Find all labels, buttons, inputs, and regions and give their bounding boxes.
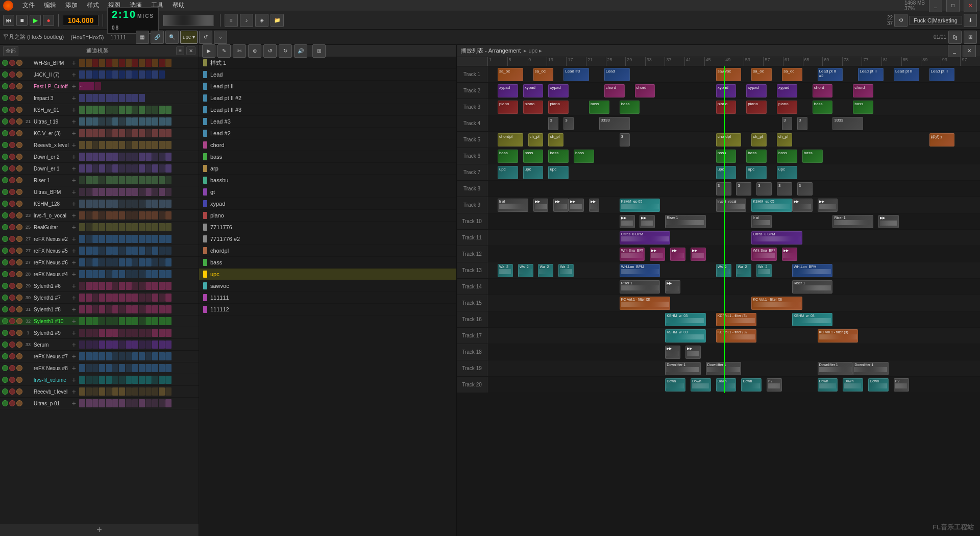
inst-add-1[interactable]: +	[71, 59, 77, 67]
inst-solo[interactable]	[16, 107, 22, 113]
inst-power[interactable]	[2, 212, 8, 218]
clip[interactable]: ▶▶	[650, 248, 665, 261]
menu-edit[interactable]: 编辑	[42, 0, 58, 11]
inst-add[interactable]: +	[71, 247, 77, 255]
clip[interactable]: bass	[746, 150, 767, 163]
inst-power[interactable]	[2, 271, 8, 277]
inst-add[interactable]: +	[71, 305, 77, 313]
clip[interactable]: bass	[498, 150, 518, 163]
track-clips[interactable]: xypadxypadxypadxypadxypadxypadchordchord…	[487, 83, 980, 99]
clip[interactable]: r 2	[767, 378, 782, 392]
clip[interactable]: 3	[620, 133, 630, 147]
clip[interactable]: bass	[853, 101, 873, 114]
track-row[interactable]: Track 10▶▶▶▶Riser 1lr alRiser 1▶▶	[457, 213, 980, 230]
inst-name[interactable]: Downl_er 1	[34, 166, 70, 172]
inst-power[interactable]	[2, 107, 8, 113]
mixer-toggle[interactable]: ⧎	[948, 31, 962, 44]
inst-mute[interactable]	[9, 400, 15, 406]
inst-name-2[interactable]: J4CK_II (7)	[34, 72, 70, 78]
clip[interactable]: lrvs-fi_vocal	[716, 199, 747, 212]
add-track-btn[interactable]: +	[96, 525, 102, 535]
tracks-container[interactable]: Track 1sa_ocsa_ocLead #3Leadsawvocsa_ocs…	[457, 66, 980, 536]
inst-add[interactable]: +	[71, 340, 77, 349]
inst-solo[interactable]	[16, 224, 22, 230]
inst-mute[interactable]	[9, 388, 15, 395]
inst-name[interactable]: reFX Nexus #5	[34, 248, 70, 254]
clip[interactable]: xypad	[777, 84, 797, 98]
inst-power[interactable]	[2, 165, 8, 172]
clip[interactable]: Wa_2	[756, 264, 772, 277]
inst-power-1[interactable]	[2, 60, 8, 66]
inst-mute[interactable]	[9, 118, 15, 125]
clip[interactable]: chordpl	[716, 133, 742, 147]
pattern-item[interactable]: bass	[199, 151, 456, 163]
inst-power-3[interactable]	[2, 83, 8, 89]
clip[interactable]: ▶▶	[665, 346, 680, 359]
clip[interactable]: upc	[746, 166, 767, 179]
pattern-item[interactable]: 样式 1	[199, 57, 456, 69]
clip[interactable]: upc	[716, 166, 737, 179]
inst-solo[interactable]	[16, 165, 22, 172]
clip[interactable]: 3	[564, 117, 574, 130]
inst-add[interactable]: +	[71, 282, 77, 290]
clip[interactable]: KSHM_ep 05	[751, 199, 792, 212]
track-clips[interactable]: 333333333333	[487, 115, 980, 131]
clip[interactable]: Ultras_8 BPM	[751, 231, 802, 245]
inst-solo[interactable]	[16, 201, 22, 207]
inst-add[interactable]: +	[71, 153, 77, 161]
track-row[interactable]: Track 16KSHM_w_03KC Vol.1 - filter (3)KS…	[457, 311, 980, 328]
clip[interactable]: KC Vol.1 - filter (3)	[716, 329, 757, 343]
inst-name[interactable]: RealGuitar	[34, 225, 70, 230]
clip[interactable]: KC Vol.1 - filter (3)	[716, 313, 757, 326]
clip[interactable]: ▶▶	[685, 346, 701, 359]
clip[interactable]: Lead	[604, 68, 630, 81]
pattern-item[interactable]: bass	[199, 257, 456, 269]
inst-add[interactable]: +	[71, 294, 77, 302]
inst-mute[interactable]	[9, 342, 15, 348]
clip[interactable]: upc	[548, 166, 569, 179]
inst-solo-1[interactable]	[16, 60, 22, 66]
inst-solo[interactable]	[16, 365, 22, 371]
track-row[interactable]: Track 6bassbassbassbassbassbassbassbass	[457, 148, 980, 164]
clip[interactable]: Downlifter 1	[818, 362, 853, 375]
inst-solo[interactable]	[16, 212, 22, 218]
tool-select[interactable]: upc ▾	[180, 31, 198, 44]
clip[interactable]: Wht-Sna_BPM	[751, 248, 777, 261]
clip[interactable]: piano	[716, 101, 737, 114]
track-row[interactable]: Track 17KSHM_w_03KC Vol.1 - filter (3)KC…	[457, 328, 980, 344]
pattern-item[interactable]: chordpl	[199, 245, 456, 257]
grid-btn[interactable]: ▦	[136, 31, 149, 44]
clip[interactable]: xypad	[746, 84, 767, 98]
inst-solo[interactable]	[16, 130, 22, 136]
inst-mute-4[interactable]	[9, 95, 15, 101]
inst-power[interactable]	[2, 142, 8, 148]
pattern-item[interactable]: 111111	[199, 292, 456, 304]
inst-mute-3[interactable]	[9, 83, 15, 89]
track-clips[interactable]: lr al▶▶▶▶▶▶▶▶KSHM_ep 05lrvs-fi_vocalKSHM…	[487, 197, 980, 213]
inst-power[interactable]	[2, 388, 8, 395]
inst-name[interactable]: lrvs-fi_o_vocal	[34, 213, 70, 218]
pattern-item[interactable]: 111112	[199, 304, 456, 315]
inst-name[interactable]: reFX Nexus #8	[34, 366, 70, 371]
clip[interactable]: bass	[589, 101, 609, 114]
track-clips[interactable]: KSHM_w_03KC Vol.1 - filter (3)KC Vol.1 -…	[487, 328, 980, 344]
inst-add[interactable]: +	[71, 317, 77, 325]
inst-solo[interactable]	[16, 259, 22, 265]
track-clips[interactable]: upcupcupcupcupcupc	[487, 164, 980, 180]
inst-name[interactable]: Ultras_t 19	[34, 119, 70, 125]
inst-add-4[interactable]: +	[71, 94, 77, 102]
track-clips[interactable]: ▶▶▶▶	[487, 344, 980, 360]
clip[interactable]: Down	[716, 378, 737, 392]
inst-mute[interactable]	[9, 365, 15, 371]
clip[interactable]: ▶▶	[553, 199, 569, 212]
pattern-item-upc[interactable]: upc	[199, 269, 456, 280]
clip[interactable]: 3333	[832, 117, 863, 130]
inst-add[interactable]: +	[71, 176, 77, 184]
inst-power[interactable]	[2, 377, 8, 383]
clip[interactable]: xypad	[523, 84, 544, 98]
settings-btn[interactable]: ⚙	[894, 14, 908, 27]
track-row[interactable]: Track 15KC Vol.1 - filter (3)KC Vol.1 - …	[457, 295, 980, 311]
track-row[interactable]: Track 833333	[457, 181, 980, 197]
clip[interactable]: Wa_2	[716, 264, 731, 277]
clip[interactable]: ch_pl	[528, 133, 544, 147]
